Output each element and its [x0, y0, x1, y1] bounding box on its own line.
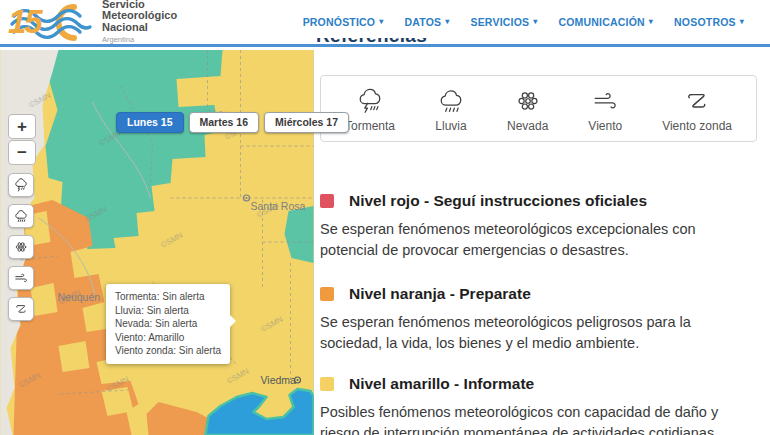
referencias-heading-clipped: Referencias: [316, 38, 756, 47]
level-red: Nivel rojo - Seguí instrucciones oficial…: [320, 192, 758, 210]
chevron-down-icon: ▾: [379, 18, 383, 26]
zonda-icon: [13, 301, 29, 317]
alerts-map[interactable]: ©SMN ©SMN ©SMN ©SMN ©SMN ©SMN ©SMN ©SMN …: [0, 50, 314, 435]
nav-label: DATOS: [404, 16, 441, 28]
logo-text: Servicio Meteorológico Nacional Argentin…: [102, 0, 177, 46]
alert-levels: Nivel rojo - Seguí instrucciones oficial…: [320, 192, 758, 435]
level-yellow: Nivel amarillo - Informate: [320, 375, 758, 393]
tooltip-line-lluvia: Lluvia: Sin alerta: [115, 304, 221, 318]
legend-label: Tormenta: [345, 119, 395, 133]
region-yellow-patch[interactable]: [31, 283, 58, 316]
nav-label: NOSOTROS: [674, 16, 736, 28]
legend-viento[interactable]: Viento: [588, 86, 622, 133]
nav-label: COMUNICACIÓN: [558, 16, 644, 28]
city-label: Neuquén: [58, 291, 101, 303]
logo-line2: Meteorológico: [102, 10, 177, 22]
legend-viento-zonda[interactable]: Viento zonda: [662, 86, 732, 133]
zoom-out-button[interactable]: −: [8, 140, 36, 165]
rain-icon: [13, 208, 29, 224]
references-panel: Tormenta Lluvia Nevada Viento: [315, 50, 770, 435]
day-tabs: Lunes 15 Martes 16 Miércoles 17: [116, 112, 349, 133]
page-title: Referencias: [316, 38, 756, 47]
main-nav: PRONÓSTICO ▾ DATOS ▾ SERVICIOS ▾ COMUNIC…: [303, 16, 744, 28]
city-label: Santa Rosa: [251, 200, 306, 212]
zoom-in-button[interactable]: +: [8, 114, 36, 139]
level-title: Nivel amarillo - Informate: [349, 375, 534, 393]
nav-nosotros[interactable]: NOSOTROS ▾: [674, 16, 744, 28]
level-description: Posibles fenómenos meteorológicos con ca…: [320, 402, 756, 435]
logo-number: 15: [8, 2, 41, 42]
map-canvas[interactable]: ©SMN ©SMN ©SMN ©SMN ©SMN ©SMN ©SMN ©SMN …: [0, 50, 314, 435]
legend-label: Viento zonda: [662, 119, 732, 133]
level-title: Nivel rojo - Seguí instrucciones oficial…: [349, 192, 647, 210]
level-title: Nivel naranja - Preparate: [349, 285, 531, 303]
level-description: Se esperan fenómenos meteorológicos peli…: [320, 312, 756, 354]
tooltip-line-nevada: Nevada: Sin alerta: [115, 317, 221, 331]
snow-icon: [512, 86, 544, 116]
smn-logo[interactable]: 15 Servicio Meteorológico Nacional Argen…: [8, 0, 177, 46]
red-level-swatch: [320, 194, 334, 208]
map-layer-toggles: [8, 173, 34, 321]
toggle-lluvia-button[interactable]: [8, 204, 34, 228]
zonda-icon: [681, 86, 713, 116]
map-zoom-controls: + −: [8, 114, 36, 165]
nav-pronostico[interactable]: PRONÓSTICO ▾: [303, 16, 384, 28]
legend-lluvia[interactable]: Lluvia: [435, 86, 467, 133]
toggle-tormenta-button[interactable]: [8, 173, 34, 197]
tab-martes-16[interactable]: Martes 16: [189, 112, 259, 133]
logo-line3: Nacional: [102, 22, 177, 34]
tooltip-line-viento: Viento: Amarillo: [115, 331, 221, 345]
city-marker-dot: [246, 197, 248, 199]
city-marker-dot: [297, 379, 299, 381]
legend-label: Nevada: [507, 119, 548, 133]
nav-label: SERVICIOS: [470, 16, 529, 28]
toggle-viento-button[interactable]: [8, 266, 34, 290]
rain-icon: [435, 86, 467, 116]
nav-comunicacion[interactable]: COMUNICACIÓN ▾: [558, 16, 653, 28]
map-alert-tooltip: Tormenta: Sin alerta Lluvia: Sin alerta …: [106, 284, 230, 364]
phenomena-legend-box: Tormenta Lluvia Nevada Viento: [320, 75, 757, 142]
nav-servicios[interactable]: SERVICIOS ▾: [470, 16, 537, 28]
city-viedma: Viedma: [261, 374, 301, 386]
nav-datos[interactable]: DATOS ▾: [404, 16, 449, 28]
yellow-level-swatch: [320, 377, 334, 391]
chevron-down-icon: ▾: [445, 18, 449, 26]
level-description: Se esperan fenómenos meteorológicos exce…: [320, 219, 756, 261]
legend-label: Viento: [588, 119, 622, 133]
storm-icon: [354, 86, 386, 116]
legend-tormenta[interactable]: Tormenta: [345, 86, 395, 133]
logo-subtitle: Argentina: [102, 34, 177, 46]
wind-icon: [13, 270, 29, 286]
tooltip-line-tormenta: Tormenta: Sin alerta: [115, 290, 221, 304]
nav-label: PRONÓSTICO: [303, 16, 376, 28]
tab-lunes-15[interactable]: Lunes 15: [116, 112, 184, 133]
legend-label: Lluvia: [435, 119, 466, 133]
storm-icon: [13, 177, 29, 193]
snow-icon: [13, 239, 29, 255]
toggle-nevada-button[interactable]: [8, 235, 34, 259]
tab-miercoles-17[interactable]: Miércoles 17: [264, 112, 349, 133]
chevron-down-icon: ▾: [533, 18, 537, 26]
wind-icon: [589, 86, 621, 116]
chevron-down-icon: ▾: [740, 18, 744, 26]
smn-150-logo-icon: 15: [8, 1, 94, 43]
city-neuquen: Neuquén: [58, 291, 101, 303]
tooltip-line-viento-zonda: Viento zonda: Sin alerta: [115, 344, 221, 358]
legend-nevada[interactable]: Nevada: [507, 86, 548, 133]
level-orange: Nivel naranja - Preparate: [320, 285, 758, 303]
chevron-down-icon: ▾: [649, 18, 653, 26]
toggle-viento-zonda-button[interactable]: [8, 297, 34, 321]
region-yellow-patch[interactable]: [59, 341, 90, 372]
city-label: Viedma: [261, 374, 297, 386]
orange-level-swatch: [320, 287, 334, 301]
